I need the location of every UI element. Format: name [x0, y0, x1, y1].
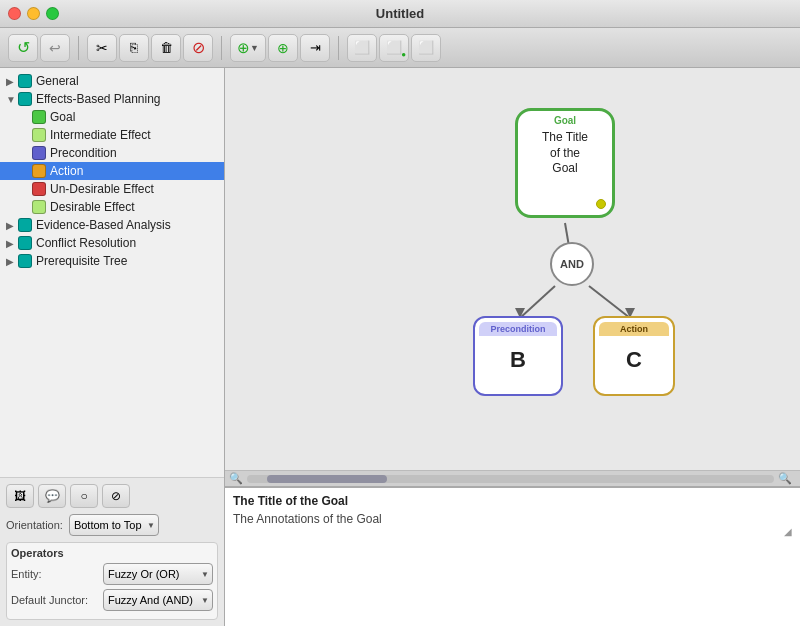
entity-label: Entity: [11, 568, 42, 580]
sidebar-item-goal[interactable]: ▶ Goal [0, 108, 224, 126]
sidebar-item-action[interactable]: ▶ Action [0, 162, 224, 180]
canvas-area: Goal The Titleof theGoal AND Preconditio… [225, 68, 800, 626]
action-node[interactable]: Action C [593, 316, 675, 396]
default-junc-row: Default Junctor: Fuzzy And (AND) Fuzzy O… [11, 589, 213, 611]
sidebar-item-label: Un-Desirable Effect [50, 182, 154, 196]
block-button[interactable]: ⊘ [183, 34, 213, 62]
window-title: Untitled [376, 6, 424, 21]
sidebar-tree: ▶ General ▼ Effects-Based Planning ▶ Goa… [0, 68, 224, 477]
sidebar-item-label: Goal [50, 110, 75, 124]
action-node-text: C [626, 346, 642, 375]
diagram-btn-4[interactable]: ⊘ [102, 484, 130, 508]
copy-button[interactable]: ⎘ [119, 34, 149, 62]
maximize-button[interactable] [46, 7, 59, 20]
main-layout: ▶ General ▼ Effects-Based Planning ▶ Goa… [0, 68, 800, 626]
entity-row: Entity: Fuzzy Or (OR) Fuzzy And (AND) Or… [11, 563, 213, 585]
svg-line-1 [520, 286, 555, 318]
sidebar-item-undesirable[interactable]: ▶ Un-Desirable Effect [0, 180, 224, 198]
diagram-btn-1[interactable]: 🖼 [6, 484, 34, 508]
node1-button[interactable]: ⬜ [347, 34, 377, 62]
sidebar-item-label: General [36, 74, 79, 88]
intermediate-icon [32, 128, 46, 142]
svg-line-2 [589, 286, 630, 318]
toolbar-group-edit: ✂ ⎘ 🗑 ⊘ [87, 34, 213, 62]
sidebar-item-conflict[interactable]: ▶ Conflict Resolution [0, 234, 224, 252]
diagram-svg [225, 68, 800, 470]
diagram-icon-1: 🖼 [14, 489, 26, 503]
conflict-icon [18, 236, 32, 250]
effects-icon [18, 92, 32, 106]
arrow-icon: ▶ [6, 220, 16, 231]
goal-icon [32, 110, 46, 124]
prerequisite-icon [18, 254, 32, 268]
canvas-main[interactable]: Goal The Titleof theGoal AND Preconditio… [225, 68, 800, 470]
node3-icon: ⬜ [418, 40, 434, 55]
sep2 [221, 36, 222, 60]
info-annotations: The Annotations of the Goal [233, 512, 792, 526]
desirable-icon [32, 200, 46, 214]
sidebar-item-label: Intermediate Effect [50, 128, 151, 142]
goal-node-label: Goal [554, 115, 576, 126]
default-junc-select[interactable]: Fuzzy And (AND) Fuzzy Or (OR) And (AND) [103, 589, 213, 611]
diagram-btn-2[interactable]: 💬 [38, 484, 66, 508]
block-icon: ⊘ [192, 38, 205, 57]
resize-handle[interactable]: ◢ [233, 526, 792, 537]
add-button[interactable]: ⊕ ▼ [230, 34, 266, 62]
arrow-icon: ▶ [6, 238, 16, 249]
action-node-label: Action [599, 322, 669, 336]
goal-node-dot [596, 199, 606, 209]
scrollbar-track[interactable] [247, 475, 774, 483]
node3-button[interactable]: ⬜ [411, 34, 441, 62]
delete-button[interactable]: 🗑 [151, 34, 181, 62]
goal-node[interactable]: Goal The Titleof theGoal [515, 108, 615, 218]
sidebar-item-general[interactable]: ▶ General [0, 72, 224, 90]
diagram-icon-4: ⊘ [111, 489, 121, 503]
and-label: AND [560, 258, 584, 270]
arrow-icon: ▶ [6, 256, 16, 267]
export-button[interactable]: ⇥ [300, 34, 330, 62]
action-icon [32, 164, 46, 178]
and-node[interactable]: AND [550, 242, 594, 286]
traffic-lights [8, 7, 59, 20]
sidebar-item-desirable[interactable]: ▶ Desirable Effect [0, 198, 224, 216]
sidebar-item-label: Conflict Resolution [36, 236, 136, 250]
refresh-icon: ↺ [17, 38, 30, 57]
insert-button[interactable]: ⊕ [268, 34, 298, 62]
export-icon: ⇥ [310, 40, 321, 55]
operators-title: Operators [11, 547, 213, 559]
diagram-btn-3[interactable]: ○ [70, 484, 98, 508]
orientation-select[interactable]: Bottom to Top Top to Bottom Left to Righ… [69, 514, 159, 536]
sidebar-item-evidence[interactable]: ▶ Evidence-Based Analysis [0, 216, 224, 234]
undo-icon: ↩ [49, 40, 61, 56]
refresh-button[interactable]: ↺ [8, 34, 38, 62]
node2-icon: ⬜ [386, 40, 402, 55]
precondition-node-label: Precondition [479, 322, 557, 336]
sidebar-item-effects-based[interactable]: ▼ Effects-Based Planning [0, 90, 224, 108]
node2-button[interactable]: ⬜ ● [379, 34, 409, 62]
sidebar-item-prerequisite[interactable]: ▶ Prerequisite Tree [0, 252, 224, 270]
goal-node-text: The Titleof theGoal [542, 130, 588, 177]
entity-select[interactable]: Fuzzy Or (OR) Fuzzy And (AND) Or (OR) [103, 563, 213, 585]
sidebar: ▶ General ▼ Effects-Based Planning ▶ Goa… [0, 68, 225, 626]
evidence-icon [18, 218, 32, 232]
cut-button[interactable]: ✂ [87, 34, 117, 62]
dropdown-icon: ▼ [250, 43, 259, 53]
zoom-out-icon: 🔍 [229, 472, 243, 485]
sep1 [78, 36, 79, 60]
sidebar-item-label: Action [50, 164, 83, 178]
sidebar-item-precondition[interactable]: ▶ Precondition [0, 144, 224, 162]
scrollbar-thumb[interactable] [267, 475, 387, 483]
sidebar-item-label: Evidence-Based Analysis [36, 218, 171, 232]
minimize-button[interactable] [27, 7, 40, 20]
copy-icon: ⎘ [130, 40, 138, 55]
info-title: The Title of the Goal [233, 494, 792, 508]
close-button[interactable] [8, 7, 21, 20]
sidebar-item-intermediate-effect[interactable]: ▶ Intermediate Effect [0, 126, 224, 144]
title-bar: Untitled [0, 0, 800, 28]
precondition-node[interactable]: Precondition B [473, 316, 563, 396]
toolbar-group-nodes: ⬜ ⬜ ● ⬜ [347, 34, 441, 62]
default-junc-label: Default Junctor: [11, 594, 88, 606]
entity-select-wrapper: Fuzzy Or (OR) Fuzzy And (AND) Or (OR) [103, 563, 213, 585]
sidebar-btn-row: 🖼 💬 ○ ⊘ [6, 484, 218, 508]
undo-button[interactable]: ↩ [40, 34, 70, 62]
